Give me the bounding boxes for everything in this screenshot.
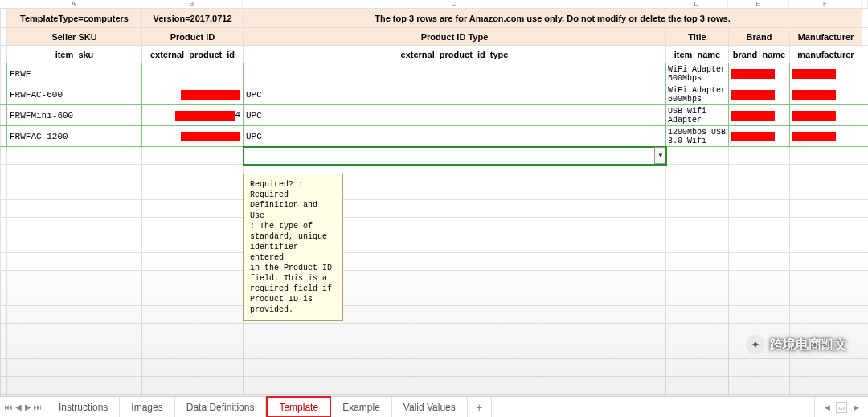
active-row[interactable]: ▼ bbox=[1, 147, 869, 165]
hdr-title[interactable]: Title bbox=[666, 28, 729, 46]
cell-sku[interactable]: FRWFAC-600 bbox=[7, 84, 142, 105]
cell-ptype[interactable]: UPC bbox=[244, 84, 666, 105]
dropdown-button[interactable]: ▼ bbox=[654, 147, 666, 164]
hdr-brand[interactable]: Brand bbox=[729, 28, 790, 46]
table-row[interactable]: FRWFAC-600 UPC WiFi Adapter 600Mbps bbox=[1, 84, 869, 105]
cell-title[interactable]: 1200Mbps USB 3.0 Wifi bbox=[666, 126, 729, 147]
cell-title[interactable]: WiFi Adapter 600Mbps bbox=[666, 84, 729, 105]
tooltip-box: Required? : Required Definition and Use … bbox=[243, 174, 343, 321]
redacted-icon bbox=[731, 69, 775, 79]
tab-scroll-controls[interactable]: ◀ ▭ ▶ bbox=[814, 397, 868, 417]
grid-table[interactable]: TemplateType=computers Version=2017.0712… bbox=[0, 8, 868, 396]
tab-nav-buttons[interactable]: ⏮ ◀ ▶ ⏭ bbox=[0, 397, 47, 417]
cell-mfr[interactable] bbox=[790, 126, 862, 147]
cell-sku[interactable]: FRWFAC-1200 bbox=[7, 126, 142, 147]
cell-brand[interactable] bbox=[729, 84, 790, 105]
cell-sku[interactable]: FRWF bbox=[7, 63, 142, 84]
hdr-manufacturer[interactable]: Manufacturer bbox=[790, 28, 862, 46]
tab-data-definitions[interactable]: Data Definitions bbox=[175, 397, 267, 417]
redacted-icon bbox=[792, 90, 836, 100]
cell-brand[interactable] bbox=[729, 63, 790, 84]
cell-template-type[interactable]: TemplateType=computers bbox=[7, 9, 142, 28]
cell-ptype[interactable]: UPC bbox=[244, 105, 666, 126]
table-row[interactable]: FRWF WiFi Adapter 600Mbps bbox=[1, 63, 869, 84]
cell-brand[interactable] bbox=[729, 126, 790, 147]
cell-pid[interactable]: 4 bbox=[142, 105, 244, 126]
tab-example[interactable]: Example bbox=[331, 397, 392, 417]
cell-title[interactable]: WiFi Adapter 600Mbps bbox=[666, 63, 729, 84]
hdr-product-id-type[interactable]: Product ID Type bbox=[244, 28, 666, 46]
cell-mfr[interactable] bbox=[790, 63, 862, 84]
hdr-product-id[interactable]: Product ID bbox=[142, 28, 244, 46]
sheet-tab-bar[interactable]: ⏮ ◀ ▶ ⏭ Instructions Images Data Definit… bbox=[0, 396, 868, 417]
redacted-icon bbox=[731, 90, 775, 100]
scroll-left-icon[interactable]: ◀ bbox=[821, 402, 833, 413]
tab-nav-prev-icon[interactable]: ◀ bbox=[14, 403, 23, 411]
cell-mfr[interactable] bbox=[790, 105, 862, 126]
tab-template[interactable]: Template bbox=[266, 396, 331, 417]
cell-pid[interactable] bbox=[142, 63, 244, 84]
cell-ptype[interactable] bbox=[244, 63, 666, 84]
tab-instructions[interactable]: Instructions bbox=[47, 397, 120, 417]
table-row[interactable]: FRWFAC-1200 UPC 1200Mbps USB 3.0 Wifi bbox=[1, 126, 869, 147]
watermark-text: 跨境电商凯文 bbox=[770, 337, 847, 354]
redacted-icon bbox=[181, 132, 240, 141]
cell-pid[interactable] bbox=[142, 126, 244, 147]
redacted-icon bbox=[792, 132, 836, 141]
redacted-icon bbox=[792, 69, 836, 79]
redacted-icon bbox=[175, 111, 235, 121]
header-row-2[interactable]: Seller SKU Product ID Product ID Type Ti… bbox=[1, 28, 869, 46]
tab-nav-first-icon[interactable]: ⏮ bbox=[5, 403, 13, 411]
column-letter-row: A B C D E F bbox=[0, 0, 868, 8]
header-row-1[interactable]: TemplateType=computers Version=2017.0712… bbox=[1, 9, 869, 28]
cell-brand[interactable] bbox=[729, 105, 790, 126]
scroll-right-icon[interactable]: ▶ bbox=[850, 402, 862, 413]
fld-item-name[interactable]: item_name bbox=[666, 46, 729, 63]
redacted-icon bbox=[181, 90, 240, 100]
tab-valid-values[interactable]: Valid Values bbox=[392, 397, 468, 417]
fld-brand-name[interactable]: brand_name bbox=[729, 46, 790, 63]
tab-nav-next-icon[interactable]: ▶ bbox=[24, 403, 32, 411]
hdr-seller-sku[interactable]: Seller SKU bbox=[7, 28, 142, 46]
cell-warning[interactable]: The top 3 rows are for Amazon.com use on… bbox=[244, 9, 862, 28]
cell-ptype[interactable]: UPC bbox=[244, 126, 666, 147]
chevron-down-icon: ▼ bbox=[657, 152, 664, 159]
table-row[interactable]: FRWFMini-600 4 UPC USB Wifi Adapter bbox=[1, 105, 869, 126]
spreadsheet-area[interactable]: TemplateType=computers Version=2017.0712… bbox=[0, 8, 868, 396]
wechat-icon: ✦ bbox=[746, 335, 765, 354]
cell-title[interactable]: USB Wifi Adapter bbox=[666, 105, 729, 126]
header-row-3[interactable]: item_sku external_product_id external_pr… bbox=[1, 46, 869, 63]
cell-version[interactable]: Version=2017.0712 bbox=[142, 9, 244, 28]
tab-images[interactable]: Images bbox=[120, 397, 174, 417]
fld-external-product-id-type[interactable]: external_product_id_type bbox=[244, 46, 666, 63]
redacted-icon bbox=[731, 111, 775, 121]
fld-item-sku[interactable]: item_sku bbox=[7, 46, 142, 63]
redacted-icon bbox=[792, 111, 836, 121]
fld-external-product-id[interactable]: external_product_id bbox=[142, 46, 244, 63]
redacted-icon bbox=[731, 132, 775, 141]
cell-pid[interactable] bbox=[142, 84, 244, 105]
scroll-track-icon[interactable]: ▭ bbox=[836, 402, 847, 413]
tab-nav-last-icon[interactable]: ⏭ bbox=[34, 403, 42, 411]
tab-add-button[interactable]: + bbox=[468, 397, 492, 417]
cell-sku[interactable]: FRWFMini-600 bbox=[7, 105, 142, 126]
watermark: ✦ 跨境电商凯文 bbox=[739, 332, 854, 358]
fld-manufacturer[interactable]: manufacturer bbox=[790, 46, 862, 63]
cell-mfr[interactable] bbox=[790, 84, 862, 105]
active-cell[interactable]: ▼ bbox=[244, 147, 666, 165]
